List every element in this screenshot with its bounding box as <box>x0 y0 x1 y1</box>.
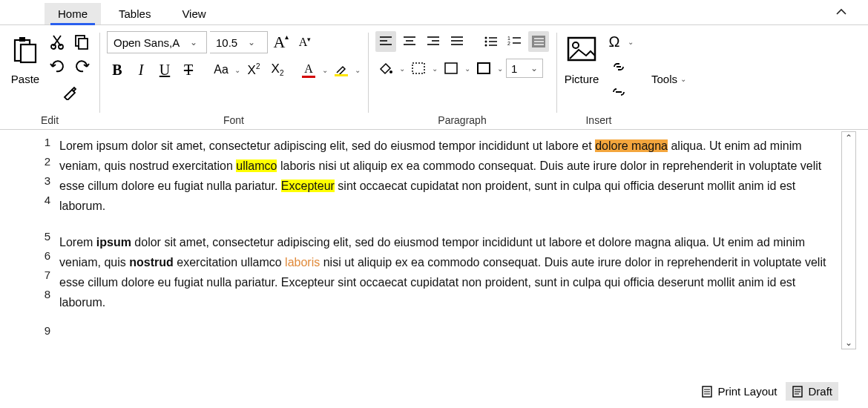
chevron-down-icon[interactable]: ⌄ <box>243 37 260 47</box>
bold-text: ipsum <box>96 236 131 249</box>
line-number: 6 <box>45 249 50 262</box>
line-number: 2 <box>45 155 50 168</box>
scroll-up-icon[interactable]: ⌃ <box>845 132 852 144</box>
border-style-button[interactable] <box>441 58 461 79</box>
grow-font-button[interactable]: A▴ <box>271 32 292 53</box>
svg-rect-1 <box>19 37 25 42</box>
svg-point-33 <box>389 70 392 73</box>
group-edit: Paste <box>0 28 99 129</box>
vertical-scrollbar[interactable]: ⌃ ⌄ <box>841 131 856 349</box>
numbered-list-button[interactable]: 12 <box>504 31 525 52</box>
insert-link-break-button[interactable] <box>608 82 629 102</box>
chevron-down-icon[interactable]: ⌄ <box>526 63 542 73</box>
bold-text: nostrud <box>129 256 174 269</box>
chevron-down-icon[interactable]: ⌄ <box>399 65 405 73</box>
align-center-button[interactable] <box>399 31 420 52</box>
scroll-down-icon[interactable]: ⌄ <box>845 337 852 349</box>
svg-text:2: 2 <box>507 41 510 46</box>
paragraph-1[interactable]: Lorem ipsum dolor sit amet, consectetur … <box>59 136 838 216</box>
highlighted-text: ullamco <box>236 159 277 172</box>
undo-button[interactable] <box>47 56 68 77</box>
view-print-layout-label: Print Layout <box>717 385 777 398</box>
view-draft-button[interactable]: Draft <box>786 382 838 401</box>
text-run: Lorem ipsum dolor sit amet, consectetur … <box>59 139 595 152</box>
chevron-down-icon[interactable]: ⌄ <box>464 65 470 73</box>
svg-rect-35 <box>445 63 457 73</box>
svg-text:1: 1 <box>507 36 510 41</box>
underline-button[interactable]: U <box>154 59 175 80</box>
paragraph-2[interactable]: Lorem ipsum dolor sit amet, consectetur … <box>59 232 838 312</box>
copy-button[interactable] <box>71 31 92 52</box>
ribbon: Paste <box>0 25 868 130</box>
ribbon-tabs: Home Tables View <box>0 0 868 25</box>
group-edit-label: Edit <box>41 113 59 128</box>
chevron-down-icon[interactable]: ⌄ <box>355 66 361 74</box>
svg-rect-6 <box>79 39 88 49</box>
font-color-button[interactable]: A <box>298 59 319 80</box>
tools-menu-button[interactable]: Tools ⌄ <box>644 68 694 90</box>
group-paragraph: 12 ⌄ ⌄ ⌄ <box>368 28 556 129</box>
border-outer-button[interactable] <box>473 58 494 79</box>
chevron-down-icon[interactable]: ⌄ <box>185 37 202 47</box>
redo-button[interactable] <box>71 56 92 77</box>
align-left-button[interactable] <box>375 31 396 52</box>
tab-tables[interactable]: Tables <box>105 3 164 24</box>
superscript-button[interactable]: X2 <box>243 59 264 80</box>
align-right-button[interactable] <box>423 31 444 52</box>
omega-icon: Ω <box>609 33 620 50</box>
insert-hyperlink-button[interactable] <box>608 56 629 77</box>
colored-text: laboris <box>285 256 320 269</box>
view-draft-label: Draft <box>808 385 832 398</box>
insert-picture-label: Picture <box>565 73 599 85</box>
paste-button[interactable] <box>7 31 43 67</box>
borders-button[interactable] <box>408 58 429 79</box>
line-number: 4 <box>45 194 50 206</box>
line-number-gutter: 1 2 3 4 5 6 7 8 9 <box>0 130 59 351</box>
indent-spinner[interactable]: 1 ⌄ <box>506 59 543 78</box>
text-run: Lorem <box>59 236 96 249</box>
line-number: 3 <box>45 174 50 187</box>
cut-button[interactable] <box>47 31 68 52</box>
italic-button[interactable]: I <box>131 59 151 80</box>
indent-value: 1 <box>507 62 526 75</box>
document-body[interactable]: Lorem ipsum dolor sit amet, consectetur … <box>59 130 868 351</box>
align-justify-button[interactable] <box>447 31 467 52</box>
chevron-down-icon[interactable]: ⌄ <box>322 66 328 74</box>
tab-view[interactable]: View <box>168 3 219 24</box>
chevron-down-icon[interactable]: ⌄ <box>432 65 438 73</box>
change-case-label: Aa <box>214 63 228 76</box>
highlighted-text: dolore magna <box>595 139 668 152</box>
font-name-combo[interactable]: Open Sans,A ⌄ <box>107 31 207 53</box>
strikethrough-button[interactable]: T <box>178 59 199 80</box>
highlight-color-button[interactable] <box>331 59 352 80</box>
insert-picture-button[interactable] <box>564 31 599 67</box>
format-painter-button[interactable] <box>59 82 80 102</box>
fill-color-button[interactable] <box>375 58 396 79</box>
chevron-down-icon[interactable]: ⌄ <box>497 65 503 73</box>
chevron-down-icon[interactable]: ⌄ <box>234 66 240 74</box>
svg-point-23 <box>485 45 487 47</box>
bullet-list-button[interactable] <box>481 31 502 52</box>
chevron-down-icon[interactable]: ⌄ <box>628 38 634 46</box>
insert-symbol-button[interactable]: Ω <box>604 31 625 52</box>
line-number: 7 <box>45 269 50 281</box>
group-font-label: Font <box>223 113 244 128</box>
font-size-value: 10.5 <box>210 36 243 49</box>
subscript-button[interactable]: X2 <box>267 59 288 80</box>
view-print-layout-button[interactable]: Print Layout <box>695 382 783 401</box>
group-paragraph-label: Paragraph <box>438 113 486 128</box>
paste-label: Paste <box>11 73 39 85</box>
line-number: 8 <box>45 288 50 300</box>
page-icon <box>701 386 713 398</box>
tab-home[interactable]: Home <box>45 3 101 24</box>
line-numbering-button[interactable] <box>528 31 549 52</box>
bold-button[interactable]: B <box>107 59 128 80</box>
line-number: 5 <box>45 230 50 243</box>
shrink-font-button[interactable]: A▾ <box>295 32 315 53</box>
svg-point-38 <box>573 42 579 48</box>
document-area: 1 2 3 4 5 6 7 8 9 Lorem ipsum dolor sit … <box>0 130 868 351</box>
collapse-ribbon-icon[interactable] <box>835 6 847 21</box>
line-number: 9 <box>45 324 50 337</box>
change-case-button[interactable]: Aa <box>211 59 231 80</box>
font-size-combo[interactable]: 10.5 ⌄ <box>210 31 268 53</box>
